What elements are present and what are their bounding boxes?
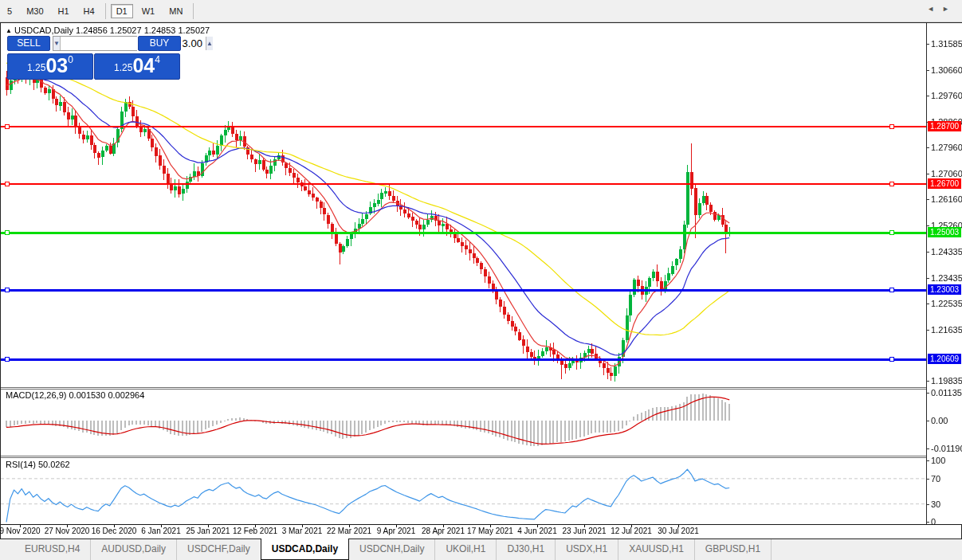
timeframe-button-d1[interactable]: D1 [111, 4, 133, 18]
date-tick-label: 16 Dec 2020 [92, 527, 137, 535]
axis-tick-label: 1.24335 [931, 247, 962, 257]
sell-price-box[interactable]: 1.25030 [7, 53, 93, 80]
tab-ukoil-h1[interactable]: UKOil,H1 [435, 539, 497, 560]
tab-scroll-arrows: ◄► [927, 5, 957, 13]
price-axis[interactable]: 1.315851.306601.297601.288601.279601.270… [926, 23, 962, 524]
volume-decrease-button[interactable]: ▼ [53, 37, 61, 50]
buy-price-big: 04 [132, 54, 155, 76]
axis-tick-mark [927, 421, 929, 421]
tab-audusd-daily[interactable]: AUDUSD,Daily [91, 539, 177, 560]
rsi-panel-divider[interactable] [1, 456, 961, 456]
axis-tick-label: 1.27960 [931, 143, 962, 152]
axis-tick-mark [927, 174, 929, 174]
price-chart-canvas[interactable] [1, 23, 927, 524]
timeframe-toolbar: 5M30H1H4D1W1MN [0, 0, 962, 22]
sell-button[interactable]: SELL [7, 36, 50, 51]
sell-price-sup: 0 [68, 54, 73, 65]
buy-price-box[interactable]: 1.25044 [94, 53, 180, 80]
volume-input[interactable] [61, 37, 206, 50]
date-tick-label: 12 Feb 2021 [233, 527, 277, 535]
axis-tick-mark [927, 278, 929, 279]
axis-tick-mark [927, 479, 929, 480]
axis-tick-mark [927, 381, 929, 382]
date-tick-label: 28 Apr 2021 [422, 527, 465, 535]
date-tick-label: 12 Jul 2021 [611, 527, 652, 535]
axis-tick-label: 1.22535 [931, 299, 962, 308]
axis-tick-label: -0.01190 [931, 444, 962, 453]
date-axis[interactable]: 9 Nov 202027 Nov 202016 Dec 20206 Jan 20… [1, 524, 961, 538]
timeframe-button-5[interactable]: 5 [2, 4, 18, 18]
axis-tick-mark [927, 504, 929, 505]
date-tick-label: 22 Mar 2021 [327, 527, 371, 535]
axis-tick-mark [927, 252, 929, 253]
hline-price-badge: 1.28700 [928, 121, 961, 131]
date-tick-label: 9 Apr 2021 [377, 527, 415, 535]
symbol-tab-bar: EURUSD,H4AUDUSD,DailyUSDCHF,DailyUSDCAD,… [0, 539, 962, 560]
axis-tick-mark [927, 303, 929, 304]
date-tick-label: 23 Jun 2021 [562, 527, 606, 535]
volume-spinner: ▼ ▲ [53, 36, 137, 51]
axis-tick-mark [927, 147, 929, 148]
macd-panel-divider[interactable] [1, 387, 961, 388]
one-click-trading-panel: SELL ▼ ▲ BUY 1.25030 1.25044 [7, 36, 181, 51]
date-tick-label: 17 May 2021 [467, 527, 513, 535]
chart-title: ▲ USDCAD,Daily 1.24856 1.25027 1.24853 1… [6, 25, 210, 35]
sell-price-big: 03 [45, 54, 68, 76]
axis-tick-label: 1.23435 [931, 273, 962, 283]
tab-usdx-h1[interactable]: USDX,H1 [556, 539, 618, 560]
date-tick-label: 3 Mar 2021 [282, 527, 323, 535]
date-tick-label: 30 Jul 2021 [658, 527, 699, 535]
sell-price-base: 1.25 [27, 62, 45, 73]
date-tick-label: 4 Jun 2021 [517, 527, 557, 535]
hline-price-badge: 1.23003 [928, 284, 961, 295]
axis-tick-label: 30 [931, 499, 940, 509]
macd-indicator-label: MACD(12,26,9) 0.001530 0.002964 [6, 390, 144, 400]
rsi-indicator-label: RSI(14) 50.0262 [6, 460, 70, 469]
axis-tick-mark [927, 199, 929, 200]
macd-panel-divider-line2 [1, 389, 961, 390]
rsi-panel-divider-line2 [1, 457, 961, 458]
axis-tick-mark [927, 96, 929, 96]
axis-tick-mark [927, 448, 929, 449]
buy-button[interactable]: BUY [138, 36, 181, 51]
axis-tick-mark [927, 330, 929, 331]
axis-tick-label: 1.30660 [931, 65, 962, 75]
date-tick-label: 9 Nov 2020 [0, 527, 41, 535]
axis-tick-label: 1.19835 [931, 376, 962, 386]
tab-usdcad-daily[interactable]: USDCAD,Daily [261, 538, 349, 560]
axis-tick-label: 1.31585 [931, 39, 962, 49]
axis-tick-mark [927, 393, 929, 394]
volume-increase-button[interactable]: ▲ [206, 37, 213, 50]
axis-tick-mark [927, 44, 929, 45]
timeframe-button-mn[interactable]: MN [163, 4, 188, 18]
tab-eurusd-h4[interactable]: EURUSD,H4 [14, 539, 91, 560]
date-tick-label: 25 Jan 2021 [186, 527, 230, 535]
timeframe-button-h1[interactable]: H1 [53, 4, 75, 18]
axis-tick-mark [927, 70, 929, 71]
date-tick-label: 27 Nov 2020 [45, 527, 90, 535]
buy-price-sup: 4 [155, 54, 160, 65]
hline-price-badge: 1.26700 [928, 178, 961, 189]
tab-scroll-right-icon[interactable]: ► [942, 5, 957, 13]
chart-symbol-label: USDCAD,Daily [14, 25, 73, 35]
tab-usdcnh-daily[interactable]: USDCNH,Daily [349, 539, 435, 560]
timeframe-button-w1[interactable]: W1 [136, 4, 161, 18]
axis-tick-label: 1.27060 [931, 169, 962, 178]
tab-usdchf-daily[interactable]: USDCHF,Daily [177, 539, 261, 560]
axis-tick-label: 100 [931, 456, 945, 465]
axis-tick-mark [927, 225, 929, 226]
chart-ohlc-values: 1.24856 1.25027 1.24853 1.25027 [76, 25, 210, 35]
triangle-up-icon: ▲ [6, 27, 12, 34]
tab-xauusd-h1[interactable]: XAUUSD,H1 [618, 539, 695, 560]
toolbar-separator [105, 3, 106, 19]
hline-price-badge: 1.25003 [928, 227, 961, 237]
toolbar-separator [193, 3, 194, 19]
tab-gbpusd-h1[interactable]: GBPUSD,H1 [695, 539, 772, 560]
tab-scroll-left-icon[interactable]: ◄ [927, 5, 942, 13]
tab-dj30-h1[interactable]: DJ30,H1 [497, 539, 556, 560]
buy-price-base: 1.25 [114, 62, 132, 73]
axis-tick-mark [927, 460, 929, 461]
timeframe-button-m30[interactable]: M30 [21, 4, 49, 18]
axis-tick-label: 1.21635 [931, 325, 962, 335]
timeframe-button-h4[interactable]: H4 [78, 4, 100, 18]
